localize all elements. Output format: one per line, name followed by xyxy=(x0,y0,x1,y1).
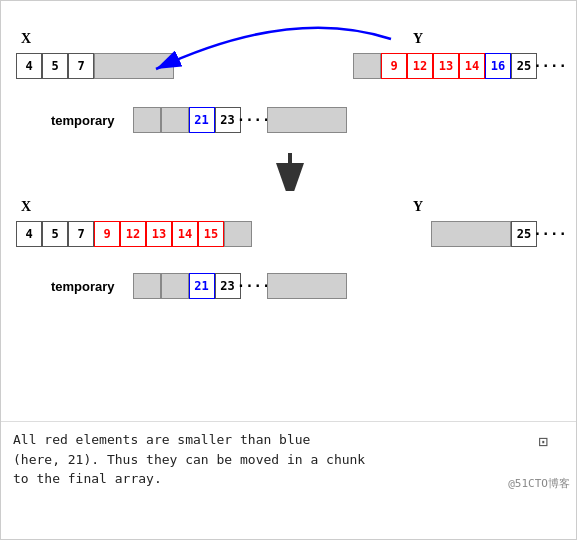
bottom-y-array: 25 ···· xyxy=(431,221,563,247)
temp-b-gray-1 xyxy=(133,273,161,299)
cell-9: 9 xyxy=(381,53,407,79)
temp-wide-top xyxy=(267,107,347,133)
b-cell-wide-y xyxy=(431,221,511,247)
b-cell-14: 14 xyxy=(172,221,198,247)
temp-gray-1 xyxy=(133,107,161,133)
diagram-area: X Y 4 5 7 9 12 13 14 16 25 ···· temporar… xyxy=(1,1,577,421)
top-x-array: 4 5 7 xyxy=(16,53,174,79)
b-cell-gray xyxy=(224,221,252,247)
top-y-array: 9 12 13 14 16 25 ···· xyxy=(353,53,563,79)
cell-5: 5 xyxy=(42,53,68,79)
temp-cell-21-top: 21 xyxy=(189,107,215,133)
b-cell-12: 12 xyxy=(120,221,146,247)
b-cell-9: 9 xyxy=(94,221,120,247)
temp-b-wide xyxy=(267,273,347,299)
bottom-temp-row: temporary 21 23 ···· xyxy=(51,273,347,299)
cell-12: 12 xyxy=(407,53,433,79)
cell-16: 16 xyxy=(485,53,511,79)
text-line3: to the final array. xyxy=(13,469,566,489)
cell-4: 4 xyxy=(16,53,42,79)
cell-dots-y-top: ···· xyxy=(537,53,563,79)
down-arrow-svg xyxy=(272,151,308,191)
top-y-label: Y xyxy=(413,31,423,47)
bottom-x-label: X xyxy=(21,199,31,215)
top-x-label: X xyxy=(21,31,31,47)
b-cell-dots-y: ···· xyxy=(537,221,563,247)
cell-wide-x xyxy=(94,53,174,79)
watermark: @51CTO博客 xyxy=(508,476,570,493)
temp-b-gray-2 xyxy=(161,273,189,299)
b-cell-5: 5 xyxy=(42,221,68,247)
b-cell-13: 13 xyxy=(146,221,172,247)
temp-gray-2 xyxy=(161,107,189,133)
temp-dots-top: ···· xyxy=(241,107,267,133)
cell-14: 14 xyxy=(459,53,485,79)
text-line2: (here, 21). Thus they can be moved in a … xyxy=(13,450,566,470)
copy-icon: ⊡ xyxy=(538,430,548,454)
temp-label-top: temporary xyxy=(51,113,115,128)
temp-b-dots: ···· xyxy=(241,273,267,299)
text-line1: All red elements are smaller than blue xyxy=(13,430,566,450)
cell-7: 7 xyxy=(68,53,94,79)
temp-label-bottom: temporary xyxy=(51,279,115,294)
b-cell-7: 7 xyxy=(68,221,94,247)
top-temp-row: temporary 21 23 ···· xyxy=(51,107,347,133)
b-cell-15: 15 xyxy=(198,221,224,247)
temp-b-cell-21: 21 xyxy=(189,273,215,299)
b-cell-4: 4 xyxy=(16,221,42,247)
cell-gray-y xyxy=(353,53,381,79)
down-arrow xyxy=(272,151,308,194)
bottom-y-label: Y xyxy=(413,199,423,215)
cell-13: 13 xyxy=(433,53,459,79)
description-area: ⊡ All red elements are smaller than blue… xyxy=(1,421,577,497)
bottom-x-array: 4 5 7 9 12 13 14 15 xyxy=(16,221,252,247)
